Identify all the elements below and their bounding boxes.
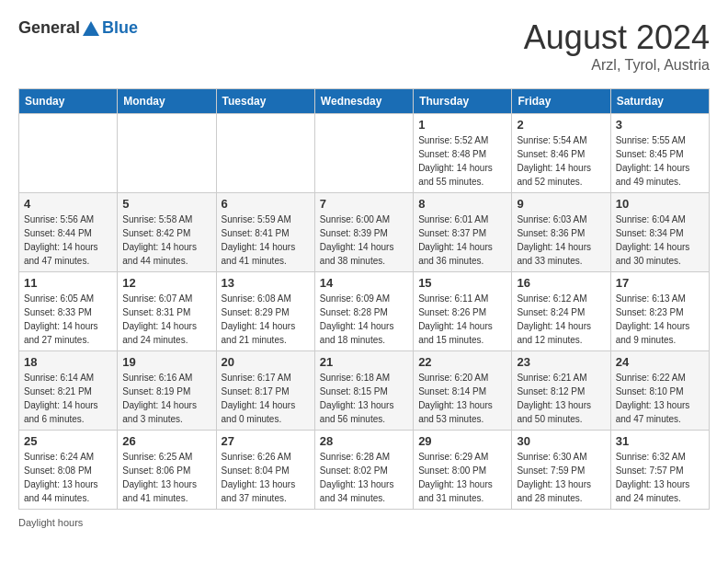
day-number: 19 xyxy=(122,355,210,369)
day-info: Sunrise: 6:11 AMSunset: 8:26 PMDaylight:… xyxy=(418,292,506,347)
day-info: Sunrise: 6:12 AMSunset: 8:24 PMDaylight:… xyxy=(517,292,605,347)
day-info: Sunrise: 6:26 AMSunset: 8:04 PMDaylight:… xyxy=(222,450,310,505)
calendar-cell: 4Sunrise: 5:56 AMSunset: 8:44 PMDaylight… xyxy=(19,193,118,272)
weekday-header: Monday xyxy=(118,89,216,114)
day-info: Sunrise: 6:25 AMSunset: 8:06 PMDaylight:… xyxy=(122,450,210,505)
logo-general: General xyxy=(18,18,80,37)
calendar-cell: 8Sunrise: 6:01 AMSunset: 8:37 PMDaylight… xyxy=(414,193,512,272)
day-number: 30 xyxy=(517,434,605,448)
calendar-cell: 5Sunrise: 5:58 AMSunset: 8:42 PMDaylight… xyxy=(118,193,216,272)
day-info: Sunrise: 6:04 AMSunset: 8:34 PMDaylight:… xyxy=(616,213,704,268)
calendar-cell: 10Sunrise: 6:04 AMSunset: 8:34 PMDayligh… xyxy=(610,193,709,272)
day-info: Sunrise: 6:30 AMSunset: 7:59 PMDaylight:… xyxy=(517,450,605,505)
calendar-cell: 7Sunrise: 6:00 AMSunset: 8:39 PMDaylight… xyxy=(314,193,413,272)
calendar-cell: 20Sunrise: 6:17 AMSunset: 8:17 PMDayligh… xyxy=(216,351,314,431)
day-number: 18 xyxy=(24,355,112,369)
calendar-cell xyxy=(314,114,413,193)
day-number: 25 xyxy=(24,434,112,448)
calendar-cell: 6Sunrise: 5:59 AMSunset: 8:41 PMDaylight… xyxy=(216,193,314,272)
calendar-cell: 28Sunrise: 6:28 AMSunset: 8:02 PMDayligh… xyxy=(314,431,413,510)
calendar-cell: 15Sunrise: 6:11 AMSunset: 8:26 PMDayligh… xyxy=(414,272,512,351)
calendar-cell: 26Sunrise: 6:25 AMSunset: 8:06 PMDayligh… xyxy=(118,431,216,510)
calendar-week-row: 25Sunrise: 6:24 AMSunset: 8:08 PMDayligh… xyxy=(19,431,710,510)
day-info: Sunrise: 6:22 AMSunset: 8:10 PMDaylight:… xyxy=(616,371,704,426)
day-number: 26 xyxy=(122,434,210,448)
weekday-header: Thursday xyxy=(414,89,512,114)
day-number: 28 xyxy=(320,434,408,448)
day-info: Sunrise: 5:56 AMSunset: 8:44 PMDaylight:… xyxy=(24,213,112,268)
weekday-header: Tuesday xyxy=(216,89,314,114)
calendar-week-row: 18Sunrise: 6:14 AMSunset: 8:21 PMDayligh… xyxy=(19,351,710,431)
calendar-cell: 30Sunrise: 6:30 AMSunset: 7:59 PMDayligh… xyxy=(512,431,610,510)
calendar-cell: 21Sunrise: 6:18 AMSunset: 8:15 PMDayligh… xyxy=(314,351,413,431)
calendar-cell xyxy=(118,114,216,193)
day-number: 14 xyxy=(320,276,408,290)
calendar-cell: 11Sunrise: 6:05 AMSunset: 8:33 PMDayligh… xyxy=(19,272,118,351)
day-number: 23 xyxy=(517,355,605,369)
day-info: Sunrise: 6:00 AMSunset: 8:39 PMDaylight:… xyxy=(320,213,408,268)
day-number: 9 xyxy=(517,197,605,211)
day-info: Sunrise: 6:21 AMSunset: 8:12 PMDaylight:… xyxy=(517,371,605,426)
day-info: Sunrise: 6:29 AMSunset: 8:00 PMDaylight:… xyxy=(418,450,506,505)
day-number: 10 xyxy=(616,197,704,211)
calendar-week-row: 1Sunrise: 5:52 AMSunset: 8:48 PMDaylight… xyxy=(19,114,710,193)
calendar-cell: 18Sunrise: 6:14 AMSunset: 8:21 PMDayligh… xyxy=(19,351,118,431)
day-info: Sunrise: 6:16 AMSunset: 8:19 PMDaylight:… xyxy=(122,371,210,426)
day-number: 12 xyxy=(122,276,210,290)
calendar-cell: 29Sunrise: 6:29 AMSunset: 8:00 PMDayligh… xyxy=(414,431,512,510)
weekday-header: Wednesday xyxy=(314,89,413,114)
day-info: Sunrise: 6:13 AMSunset: 8:23 PMDaylight:… xyxy=(616,292,704,347)
day-info: Sunrise: 5:58 AMSunset: 8:42 PMDaylight:… xyxy=(122,213,210,268)
day-info: Sunrise: 6:01 AMSunset: 8:37 PMDaylight:… xyxy=(418,213,506,268)
calendar-cell: 25Sunrise: 6:24 AMSunset: 8:08 PMDayligh… xyxy=(19,431,118,510)
calendar-cell: 2Sunrise: 5:54 AMSunset: 8:46 PMDaylight… xyxy=(512,114,610,193)
day-number: 2 xyxy=(517,118,605,132)
calendar-cell: 16Sunrise: 6:12 AMSunset: 8:24 PMDayligh… xyxy=(512,272,610,351)
calendar-week-row: 4Sunrise: 5:56 AMSunset: 8:44 PMDaylight… xyxy=(19,193,710,272)
day-info: Sunrise: 5:59 AMSunset: 8:41 PMDaylight:… xyxy=(222,213,310,268)
weekday-header: Sunday xyxy=(19,89,118,114)
day-info: Sunrise: 6:18 AMSunset: 8:15 PMDaylight:… xyxy=(320,371,408,426)
day-number: 16 xyxy=(517,276,605,290)
calendar-cell xyxy=(216,114,314,193)
day-info: Sunrise: 6:08 AMSunset: 8:29 PMDaylight:… xyxy=(222,292,310,347)
day-number: 13 xyxy=(222,276,310,290)
weekday-header: Saturday xyxy=(610,89,709,114)
page-header: GeneralBlue August 2024 Arzl, Tyrol, Aus… xyxy=(18,18,710,74)
day-number: 20 xyxy=(222,355,310,369)
calendar-cell xyxy=(19,114,118,193)
calendar-cell: 14Sunrise: 6:09 AMSunset: 8:28 PMDayligh… xyxy=(314,272,413,351)
location-subtitle: Arzl, Tyrol, Austria xyxy=(524,57,710,74)
day-info: Sunrise: 6:09 AMSunset: 8:28 PMDaylight:… xyxy=(320,292,408,347)
calendar-cell: 31Sunrise: 6:32 AMSunset: 7:57 PMDayligh… xyxy=(610,431,709,510)
day-number: 15 xyxy=(418,276,506,290)
logo-icon xyxy=(81,19,101,40)
svg-marker-0 xyxy=(83,21,99,36)
day-number: 8 xyxy=(418,197,506,211)
title-block: August 2024 Arzl, Tyrol, Austria xyxy=(524,18,710,74)
calendar-cell: 12Sunrise: 6:07 AMSunset: 8:31 PMDayligh… xyxy=(118,272,216,351)
day-info: Sunrise: 5:54 AMSunset: 8:46 PMDaylight:… xyxy=(517,133,605,189)
day-info: Sunrise: 6:03 AMSunset: 8:36 PMDaylight:… xyxy=(517,213,605,268)
day-number: 29 xyxy=(418,434,506,448)
day-number: 3 xyxy=(616,118,704,132)
day-info: Sunrise: 6:14 AMSunset: 8:21 PMDaylight:… xyxy=(24,371,112,426)
day-number: 4 xyxy=(24,197,112,211)
day-number: 17 xyxy=(616,276,704,290)
day-number: 11 xyxy=(24,276,112,290)
day-number: 1 xyxy=(418,118,506,132)
day-info: Sunrise: 5:52 AMSunset: 8:48 PMDaylight:… xyxy=(418,133,506,189)
day-info: Sunrise: 6:24 AMSunset: 8:08 PMDaylight:… xyxy=(24,450,112,505)
calendar-week-row: 11Sunrise: 6:05 AMSunset: 8:33 PMDayligh… xyxy=(19,272,710,351)
calendar-cell: 1Sunrise: 5:52 AMSunset: 8:48 PMDaylight… xyxy=(414,114,512,193)
calendar-cell: 27Sunrise: 6:26 AMSunset: 8:04 PMDayligh… xyxy=(216,431,314,510)
calendar-cell: 24Sunrise: 6:22 AMSunset: 8:10 PMDayligh… xyxy=(610,351,709,431)
day-info: Sunrise: 6:28 AMSunset: 8:02 PMDaylight:… xyxy=(320,450,408,505)
day-info: Sunrise: 6:17 AMSunset: 8:17 PMDaylight:… xyxy=(222,371,310,426)
day-info: Sunrise: 6:32 AMSunset: 7:57 PMDaylight:… xyxy=(616,450,704,505)
day-info: Sunrise: 6:07 AMSunset: 8:31 PMDaylight:… xyxy=(122,292,210,347)
day-info: Sunrise: 5:55 AMSunset: 8:45 PMDaylight:… xyxy=(616,133,704,189)
day-number: 6 xyxy=(222,197,310,211)
calendar-cell: 3Sunrise: 5:55 AMSunset: 8:45 PMDaylight… xyxy=(610,114,709,193)
day-number: 27 xyxy=(222,434,310,448)
